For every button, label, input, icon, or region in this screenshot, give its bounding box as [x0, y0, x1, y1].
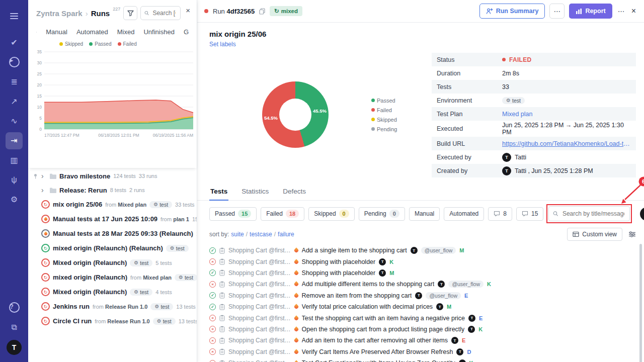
run-name[interactable]: Mixed origin (Relaunch): [53, 288, 127, 296]
run-name[interactable]: mixed origin (Relaunch): [53, 274, 127, 281]
scrollbar[interactable]: [639, 244, 642, 362]
settings-gear-icon[interactable]: ⚙: [6, 191, 23, 208]
test-suite-link[interactable]: Shopping Cart @first…: [228, 337, 291, 344]
test-title[interactable]: Open the shopping cart from a product li…: [302, 326, 465, 333]
tree-run-row[interactable]: ↻mixed origin (Relaunch)from Mixed plan⚙…: [28, 270, 197, 285]
assignee-avatar[interactable]: T: [379, 269, 386, 277]
tab-defects[interactable]: Defects: [282, 184, 307, 201]
run-name[interactable]: Manual tests at 17 Jun 2025 10:09: [53, 215, 157, 223]
help-icon[interactable]: ?: [6, 299, 23, 316]
filter-chip-failed[interactable]: Failed18: [261, 207, 304, 221]
test-title[interactable]: Remove an item from the shopping cart: [302, 292, 412, 299]
test-row[interactable]: ×Shopping Cart @first…Test the shopping …: [209, 312, 635, 323]
close-run-button[interactable]: ×: [630, 7, 637, 16]
tab-statistics[interactable]: Statistics: [240, 184, 270, 201]
test-suite-link[interactable]: Shopping Cart @first…: [228, 258, 291, 265]
assignee-avatar[interactable]: T: [459, 359, 466, 362]
tree-run-row[interactable]: ↻mixed origin (Relaunch) (Relaunch)⚙test: [28, 241, 197, 255]
tree-folder-row[interactable]: ›Release: Rerun8 tests2 runs: [28, 183, 197, 197]
run-name[interactable]: Jenkins run: [53, 303, 90, 310]
test-runs-icon[interactable]: ▶: [6, 54, 23, 71]
close-panel-button[interactable]: ×: [184, 6, 192, 15]
workspace-name[interactable]: Zyntra Spark: [36, 9, 83, 18]
current-user-avatar[interactable]: T: [640, 207, 644, 221]
test-suite-link[interactable]: Shopping Cart @first…: [228, 359, 291, 362]
assignee-avatar[interactable]: T: [451, 337, 458, 344]
run-name[interactable]: mix origin 25/06: [53, 201, 102, 208]
sort-link-testcase[interactable]: testcase: [250, 231, 272, 238]
test-suite-link[interactable]: Shopping Cart @first…: [228, 348, 291, 355]
report-button[interactable]: Report: [569, 4, 612, 19]
custom-view-button[interactable]: Custom view: [567, 228, 622, 241]
integrations-icon[interactable]: ψ: [6, 171, 23, 189]
tree-run-row[interactable]: ↻Jenkins runfrom Release Run 1.0⚙test13 …: [28, 299, 197, 314]
test-row[interactable]: ✓Shopping Cart @first…Remove an item fro…: [209, 290, 635, 301]
test-title[interactable]: Shopping with placeholder: [302, 258, 376, 265]
dashboards-icon[interactable]: ▥: [6, 152, 23, 169]
test-title[interactable]: Verify Cart Items Are Preserved After Br…: [302, 348, 453, 355]
test-title[interactable]: Verify total price calculation with deci…: [302, 303, 433, 310]
assignee-avatar[interactable]: T: [438, 281, 445, 288]
tab-tests[interactable]: Tests: [209, 184, 228, 201]
runs-tab-mixed[interactable]: Mixed: [117, 28, 135, 36]
runs-search-input[interactable]: [140, 6, 181, 20]
test-row[interactable]: ×Shopping Cart @first…Verify Cart Items …: [209, 346, 635, 357]
test-row[interactable]: ×Shopping Cart @first…Open the shopping …: [209, 324, 635, 335]
test-suite-link[interactable]: Shopping Cart @first…: [228, 292, 291, 299]
test-suites-icon[interactable]: ≣: [6, 73, 23, 90]
runs-search-field[interactable]: [151, 9, 177, 17]
assignee-avatar[interactable]: T: [415, 292, 422, 299]
test-row[interactable]: ×Shopping Cart @first…Test Cart Function…: [209, 357, 635, 362]
test-row[interactable]: ×Shopping Cart @first…Add multiple diffe…: [209, 279, 635, 290]
assignee-avatar[interactable]: T: [379, 258, 386, 265]
filter-button[interactable]: [123, 6, 137, 20]
run-name[interactable]: Circle CI run: [53, 317, 92, 325]
board-icon[interactable]: [36, 29, 37, 36]
launcher-icon[interactable]: ⇥: [6, 132, 23, 149]
test-row[interactable]: ✓Shopping Cart @first…Verify total price…: [209, 301, 635, 312]
test-suite-link[interactable]: Shopping Cart @first…: [228, 247, 291, 254]
assignee-avatar[interactable]: T: [411, 247, 418, 254]
test-title[interactable]: Shopping with placeholder: [302, 269, 376, 277]
run-summary-button[interactable]: Run Summary: [479, 4, 545, 19]
test-suite-link[interactable]: Shopping Cart @first…: [228, 281, 291, 288]
test-title[interactable]: Add an item to the cart after removing a…: [302, 337, 448, 344]
assignee-avatar[interactable]: T: [468, 315, 475, 322]
comments-filter-chip[interactable]: 8: [488, 207, 512, 221]
trend-icon[interactable]: ↗: [6, 93, 23, 110]
menu-icon[interactable]: [6, 8, 23, 25]
test-suite-link[interactable]: Shopping Cart @first…: [228, 303, 291, 310]
sort-link-suite[interactable]: suite: [231, 231, 244, 238]
assignee-avatar[interactable]: T: [468, 326, 475, 333]
test-suite-link[interactable]: Shopping Cart @first…: [228, 315, 291, 322]
tree-run-row[interactable]: Manual tests at 17 Jun 2025 10:09from pl…: [28, 212, 197, 226]
runs-tab-g[interactable]: G: [184, 28, 189, 36]
tree-run-row[interactable]: ↻Mixed origin (Relaunch)⚙test4 tests: [28, 285, 197, 299]
docs-icon[interactable]: ⧉: [6, 319, 23, 336]
runs-tab-automated[interactable]: Automated: [76, 28, 108, 36]
comments-filter-chip[interactable]: 15: [516, 207, 543, 221]
sort-link-failure[interactable]: failure: [278, 231, 294, 238]
tree-run-row[interactable]: Manual tests at 28 Mar 2025 09:33 (Relau…: [28, 226, 197, 241]
tree-folder-row[interactable]: ›Bravo milestone124 tests33 runs: [28, 169, 197, 183]
test-title[interactable]: Add multiple different items to the shop…: [302, 281, 435, 288]
run-name[interactable]: mixed origin (Relaunch) (Relaunch): [53, 244, 163, 252]
test-row[interactable]: ×Shopping Cart @first…Shopping with plac…: [209, 256, 635, 267]
filter-chip-manual[interactable]: Manual: [409, 207, 440, 221]
filter-chip-pending[interactable]: Pending0: [359, 207, 405, 221]
test-suite-link[interactable]: Shopping Cart @first…: [228, 326, 291, 333]
test-suite-link[interactable]: Shopping Cart @first…: [228, 269, 291, 277]
more-actions-button[interactable]: ⋯: [549, 4, 565, 19]
view-settings-icon[interactable]: [628, 231, 636, 237]
test-title[interactable]: Test the shopping cart with an item havi…: [302, 315, 465, 322]
tasks-icon[interactable]: ✔: [6, 34, 23, 51]
test-row[interactable]: ✓Shopping Cart @first…Add a single item …: [209, 245, 635, 256]
test-plan-link[interactable]: Mixed plan: [502, 111, 532, 118]
filter-chip-automated[interactable]: Automated: [444, 207, 484, 221]
run-name[interactable]: Mixed origin (Relaunch): [53, 259, 127, 266]
tree-run-row[interactable]: ↻Circle CI runfrom Release Run 1.0⚙test1…: [28, 314, 197, 328]
chevron-right-icon[interactable]: ›: [41, 172, 46, 180]
filter-chip-skipped[interactable]: Skipped0: [308, 207, 355, 221]
runs-tab-manual[interactable]: Manual: [46, 28, 67, 36]
filter-chip-passed[interactable]: Passed15: [209, 207, 257, 221]
